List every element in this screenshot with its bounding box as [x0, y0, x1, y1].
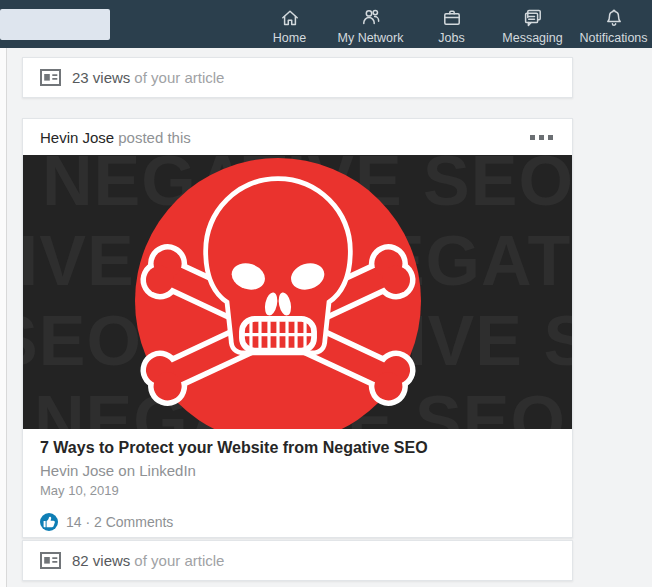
article-icon	[40, 69, 61, 86]
notification-card-top[interactable]: 23 views of your article	[22, 57, 573, 98]
dot	[548, 135, 553, 140]
nav-items: Home My Network Jobs	[249, 0, 652, 48]
top-navbar: Home My Network Jobs	[0, 0, 652, 48]
views-suffix: of your article	[134, 552, 224, 569]
nav-item-notifications[interactable]: Notifications	[573, 0, 652, 48]
nav-item-messaging[interactable]: Messaging	[492, 0, 573, 48]
nav-label-jobs: Jobs	[438, 31, 464, 45]
search-box[interactable]	[0, 9, 110, 40]
engagement-text: 14 · 2 Comments	[66, 514, 173, 530]
window-edge	[0, 48, 7, 587]
post-action-text: posted this	[118, 129, 191, 146]
notification-card-bottom[interactable]: 82 views of your article	[22, 540, 573, 581]
post-title-link[interactable]: 7 Ways to Protect your Website from Nega…	[40, 438, 555, 458]
post-date: May 10, 2019	[40, 483, 555, 498]
dot	[530, 135, 535, 140]
views-count: 82 views	[72, 552, 130, 569]
like-icon	[40, 513, 58, 531]
views-suffix: of your article	[134, 69, 224, 86]
post-byline: Hevin Jose on LinkedIn	[40, 462, 555, 479]
home-icon	[278, 6, 302, 30]
nav-label-my-network: My Network	[338, 31, 404, 45]
jobs-icon	[440, 6, 464, 30]
nav-item-my-network[interactable]: My Network	[330, 0, 411, 48]
messaging-icon	[521, 6, 545, 30]
dot	[539, 135, 544, 140]
post-header: Hevin Jose posted this	[23, 119, 572, 155]
post-author-link[interactable]: Hevin Jose	[40, 129, 114, 146]
post-image[interactable]: NEGATIVE SEO NEGATIVE SEO NEGATIVE SEO N…	[23, 155, 572, 429]
my-network-icon	[359, 6, 383, 30]
nav-label-home: Home	[273, 31, 306, 45]
post-card: Hevin Jose posted this NEGATIVE SEO NEGA…	[22, 118, 573, 538]
views-count: 23 views	[72, 69, 130, 86]
nav-item-home[interactable]: Home	[249, 0, 330, 48]
notifications-icon	[602, 6, 626, 30]
nav-label-notifications: Notifications	[579, 31, 647, 45]
skull-icon	[208, 181, 348, 351]
nav-label-messaging: Messaging	[502, 31, 562, 45]
post-body: 7 Ways to Protect your Website from Nega…	[23, 429, 572, 531]
overflow-menu-button[interactable]	[528, 130, 555, 145]
article-icon	[40, 552, 61, 569]
nav-item-jobs[interactable]: Jobs	[411, 0, 492, 48]
social-counts[interactable]: 14 · 2 Comments	[40, 513, 555, 531]
